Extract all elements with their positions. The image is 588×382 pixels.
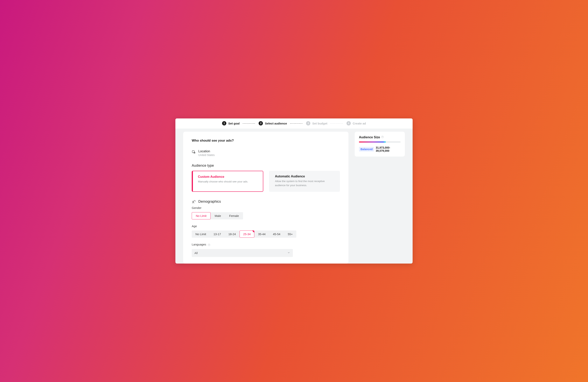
languages-value: All [194,251,198,255]
age-options: No Limit 13-17 18-24 25-34 35-44 45-54 5… [192,231,340,238]
step-set-budget[interactable]: 3 Set budget [306,121,327,126]
step-label: Set budget [312,122,327,125]
gender-option-male[interactable]: Male [210,212,225,219]
main-card: Who should see your ads? Location United… [183,132,348,263]
step-number: 2 [259,121,263,126]
languages-select[interactable]: All [192,249,293,257]
chevron-down-icon [287,251,290,255]
audience-type-cards: Custom Audience Manually choose who shou… [192,171,340,192]
location-label: Location [198,149,215,153]
gender-options: No Limit Male Female [192,212,340,219]
audience-type-custom[interactable]: Custom Audience Manually choose who shou… [192,171,263,192]
gender-option-no-limit[interactable]: No Limit [192,212,210,219]
age-option-35-44[interactable]: 35-44 [254,231,269,238]
audience-size-gauge [359,141,400,143]
location-section[interactable]: Location United States [192,149,340,157]
gender-option-female[interactable]: Female [225,212,243,219]
step-select-audience[interactable]: 2 Select audience [259,121,287,126]
stepper: 1 Set goal ·········· 2 Select audience … [175,118,413,128]
step-label: Select audience [265,122,287,125]
location-icon [192,150,196,154]
demographics-heading: Demographics [198,200,221,204]
demographics-heading-row: Demographics [192,200,340,204]
stepper-separator: ·········· [290,122,303,125]
step-label: Create ad [353,122,366,125]
age-option-55-plus[interactable]: 55+ [284,231,296,238]
age-option-13-17[interactable]: 13-17 [210,231,225,238]
stepper-separator: ·········· [331,122,343,125]
app-window: 1 Set goal ·········· 2 Select audience … [175,118,413,263]
audience-type-automatic[interactable]: Automatic Audience Allow the system to f… [269,171,340,192]
page-title: Who should see your ads? [192,139,340,143]
age-option-no-limit[interactable]: No Limit [192,231,210,238]
step-create-ad[interactable]: 4 Create ad [346,121,366,126]
languages-label: Languages [192,243,340,246]
audience-size-card: Audience Size Balanced 31,973,000-39,079… [355,132,405,157]
gender-label: Gender [192,206,340,210]
age-option-18-24[interactable]: 18-24 [225,231,239,238]
demographics-section: Demographics Gender No Limit Male Female… [192,200,340,257]
step-number: 3 [306,121,310,126]
step-label: Set goal [228,122,240,125]
age-option-45-54[interactable]: 45-54 [269,231,284,238]
age-label: Age [192,224,340,228]
audience-size-status: Balanced [359,147,374,151]
gauge-fill [359,141,385,143]
svg-point-2 [193,201,194,202]
step-set-goal[interactable]: 1 Set goal [222,121,240,126]
audience-size-title: Audience Size [359,136,380,139]
card-title: Automatic Audience [275,175,335,178]
step-number: 4 [346,121,351,126]
languages-label-text: Languages [192,243,206,246]
step-number: 1 [222,121,226,126]
card-title: Custom Audience [198,175,258,179]
gauge-knob [384,141,386,143]
age-option-25-34[interactable]: 25-34 [240,231,254,238]
stepper-separator: ·········· [243,122,255,125]
card-desc: Manually choose who should see your ads. [198,180,258,184]
help-icon[interactable] [381,136,384,139]
help-icon[interactable] [208,244,210,246]
audience-size-range: 31,973,000-39,079,000 [376,146,400,152]
demographics-icon [192,200,196,204]
body: Who should see your ads? Location United… [175,128,413,263]
card-desc: Allow the system to find the most recept… [275,179,335,187]
location-value: United States [198,153,215,157]
audience-type-heading: Audience type [192,164,340,168]
